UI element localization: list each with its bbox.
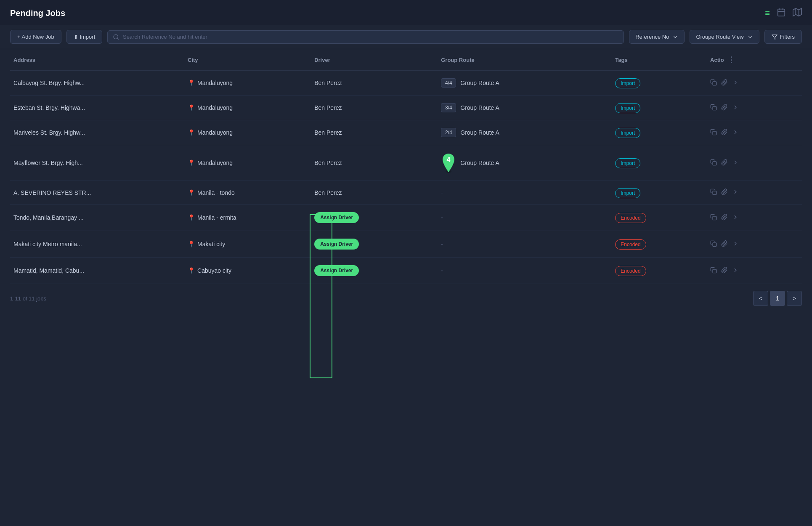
- col-header-actions: Actio ⋮: [707, 49, 802, 71]
- col-header-city: City: [184, 49, 311, 71]
- table-row: Tondo, Manila,Barangay ...📍Manila - ermi…: [10, 205, 802, 231]
- cell-city: 📍Mandaluyong: [184, 145, 311, 181]
- reference-no-label: Reference No: [635, 34, 669, 40]
- attach-icon[interactable]: [721, 159, 728, 167]
- pin-icon: 📍: [188, 189, 195, 196]
- svg-point-7: [114, 35, 118, 39]
- expand-icon[interactable]: [732, 129, 739, 137]
- cell-actions: [707, 205, 802, 231]
- filters-button[interactable]: Filters: [764, 30, 802, 44]
- cell-address: Mariveles St. Brgy. Highw...: [10, 120, 184, 145]
- assign-driver-button[interactable]: Assign Driver: [314, 239, 359, 250]
- calendar-icon[interactable]: [777, 8, 786, 19]
- cell-driver: Ben Perez: [311, 120, 438, 145]
- pin-icon: 📍: [188, 267, 195, 274]
- svg-line-8: [117, 38, 119, 40]
- copy-icon[interactable]: [710, 267, 717, 275]
- copy-icon[interactable]: [710, 189, 717, 197]
- attach-icon[interactable]: [721, 240, 728, 248]
- route-badge: 3/4: [441, 103, 456, 112]
- copy-icon[interactable]: [710, 159, 717, 167]
- tag-badge: Import: [615, 78, 640, 88]
- cell-address: A. SEVERINO REYES STR...: [10, 181, 184, 205]
- group-route-dash: -: [441, 241, 443, 247]
- actions-label: Actio: [710, 57, 724, 63]
- search-wrapper: [107, 30, 624, 44]
- col-header-group-route: Group Route: [438, 49, 612, 71]
- cell-city: 📍Mandaluyong: [184, 96, 311, 120]
- cell-address: Mayflower St. Brgy. High...: [10, 145, 184, 181]
- cell-group-route: -: [438, 181, 612, 205]
- cell-actions: [707, 181, 802, 205]
- cell-city: 📍Makati city: [184, 231, 311, 258]
- cell-actions: [707, 145, 802, 181]
- group-route-dash: -: [441, 214, 443, 221]
- cell-group-route: 3/4Group Route A: [438, 96, 612, 120]
- table-row: Calbayog St. Brgy. Highw...📍MandaluyongB…: [10, 71, 802, 96]
- footer: 1-11 of 11 jobs < 1 >: [0, 284, 812, 313]
- page-current-button[interactable]: 1: [770, 291, 785, 306]
- expand-icon[interactable]: [732, 104, 739, 112]
- table-row: Makati city Metro manila...📍Makati cityA…: [10, 231, 802, 258]
- table-row: Mariveles St. Brgy. Highw...📍Mandaluyong…: [10, 120, 802, 145]
- attach-icon[interactable]: [721, 104, 728, 112]
- svg-rect-0: [778, 9, 785, 16]
- pin-icon: 📍: [188, 80, 195, 86]
- copy-icon[interactable]: [710, 240, 717, 248]
- attach-icon[interactable]: [721, 189, 728, 197]
- expand-icon[interactable]: [732, 189, 739, 197]
- cell-group-route: -: [438, 231, 612, 258]
- map-icon[interactable]: [793, 8, 802, 19]
- list-icon[interactable]: ≡: [765, 8, 770, 18]
- cell-tags: Encoded: [612, 258, 707, 284]
- copy-icon[interactable]: [710, 104, 717, 112]
- copy-icon[interactable]: [710, 214, 717, 222]
- pin-icon: 📍: [188, 214, 195, 221]
- col-header-address: Address: [10, 49, 184, 71]
- import-button[interactable]: ⬆ Import: [66, 30, 102, 44]
- toolbar: + Add New Job ⬆ Import Reference No Grou…: [0, 25, 812, 49]
- svg-rect-15: [713, 162, 716, 165]
- cell-driver: Assign Driver: [311, 258, 438, 284]
- page-next-button[interactable]: >: [787, 291, 802, 306]
- attach-icon[interactable]: [721, 129, 728, 137]
- expand-icon[interactable]: [732, 240, 739, 248]
- table-row: Mamatid, Mamatid, Cabu...📍Cabuyao cityAs…: [10, 258, 802, 284]
- group-route-dash: -: [441, 267, 443, 274]
- cell-tags: Import: [612, 71, 707, 96]
- expand-icon[interactable]: [732, 79, 739, 87]
- expand-icon[interactable]: [732, 214, 739, 222]
- cell-group-route: -: [438, 205, 612, 231]
- add-new-job-button[interactable]: + Add New Job: [10, 30, 61, 44]
- cell-driver: Ben Perez: [311, 96, 438, 120]
- cell-tags: Import: [612, 145, 707, 181]
- page-title: Pending Jobs: [10, 8, 65, 18]
- expand-icon[interactable]: [732, 159, 739, 167]
- filter-icon: [772, 34, 778, 40]
- cell-driver: Assign Driver: [311, 205, 438, 231]
- attach-icon[interactable]: [721, 267, 728, 275]
- attach-icon[interactable]: [721, 79, 728, 87]
- more-options-icon[interactable]: ⋮: [727, 55, 735, 64]
- page-prev-button[interactable]: <: [753, 291, 768, 306]
- header-icons: ≡: [765, 8, 802, 19]
- copy-icon[interactable]: [710, 129, 717, 137]
- search-input[interactable]: [123, 34, 618, 40]
- cell-group-route: 4/4Group Route A: [438, 71, 612, 96]
- cell-address: Tondo, Manila,Barangay ...: [10, 205, 184, 231]
- group-route-view-dropdown[interactable]: Groupe Route View: [690, 30, 759, 44]
- reference-no-dropdown[interactable]: Reference No: [629, 30, 685, 44]
- assign-driver-button[interactable]: Assign Driver: [314, 265, 359, 276]
- pagination: < 1 >: [753, 291, 802, 306]
- group-route-name: Group Route A: [460, 104, 499, 111]
- attach-icon[interactable]: [721, 214, 728, 222]
- cell-actions: [707, 96, 802, 120]
- cell-driver: Ben Perez: [311, 145, 438, 181]
- svg-rect-19: [713, 269, 716, 273]
- assign-driver-button[interactable]: Assign Driver: [314, 212, 359, 223]
- filters-label: Filters: [780, 34, 795, 40]
- cell-city: 📍Mandaluyong: [184, 120, 311, 145]
- expand-icon[interactable]: [732, 267, 739, 275]
- copy-icon[interactable]: [710, 79, 717, 87]
- svg-text:4: 4: [447, 156, 451, 163]
